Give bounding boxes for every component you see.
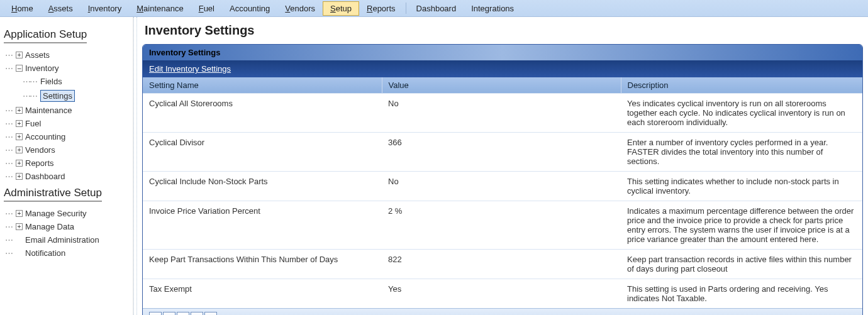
tree-label[interactable]: Settings <box>40 90 75 102</box>
col-header-value[interactable]: Value <box>382 77 621 94</box>
col-header-desc[interactable]: Description <box>621 77 862 94</box>
menu-accounting[interactable]: Accounting <box>222 1 277 16</box>
cell-value: 366 <box>382 133 621 172</box>
cell-desc: This setting is used in Parts ordering a… <box>621 279 862 309</box>
table-row[interactable]: Tax ExemptYesThis setting is used in Par… <box>143 279 862 309</box>
menu-integrations[interactable]: Integrations <box>464 1 521 16</box>
table-row[interactable]: Cyclical Divisor366Enter a number of inv… <box>143 133 862 172</box>
panel-toolbar: Edit Inventory Settings <box>143 60 862 77</box>
pager-last-button[interactable]: ►| <box>204 312 217 315</box>
tree-item-reports[interactable]: ⋯+Reports <box>4 157 129 170</box>
cell-name: Tax Exempt <box>143 279 382 309</box>
cell-name: Cyclical All Storerooms <box>143 94 382 133</box>
tree-label[interactable]: Manage Security <box>25 209 87 218</box>
expand-icon[interactable]: + <box>16 107 23 114</box>
tree-line-icon: ⋯ <box>5 64 12 73</box>
menu-maintenance[interactable]: Maintenance <box>129 1 191 16</box>
table-row[interactable]: Keep Part Transactions Within This Numbe… <box>143 250 862 279</box>
collapse-icon[interactable]: − <box>16 65 23 72</box>
expand-icon[interactable]: + <box>16 223 23 230</box>
tree-item-fuel[interactable]: ⋯+Fuel <box>4 117 129 130</box>
pager-next-button[interactable]: ► <box>191 312 203 315</box>
tree-item-settings[interactable]: ⋯⋯Settings <box>4 88 129 104</box>
expand-icon[interactable]: + <box>16 133 23 140</box>
tree-label[interactable]: Dashboard <box>25 172 65 181</box>
expand-icon[interactable]: + <box>16 120 23 127</box>
tree-item-inventory[interactable]: ⋯−Inventory <box>4 62 129 75</box>
tree-line-icon: ⋯ <box>5 145 12 155</box>
tree-label[interactable]: Manage Data <box>25 222 74 231</box>
tree-label[interactable]: Notification <box>25 248 65 258</box>
expand-icon[interactable]: + <box>16 173 23 180</box>
tree-line-icon: ⋯ <box>5 132 12 141</box>
table-row[interactable]: Cyclical Include Non-Stock PartsNoThis s… <box>143 172 862 201</box>
tree-label[interactable]: Maintenance <box>25 106 72 115</box>
cell-value: No <box>382 94 621 133</box>
expand-icon[interactable]: + <box>16 52 23 58</box>
menu-fuel[interactable]: Fuel <box>191 1 222 16</box>
cell-desc: Enter a number of inventory cycles perfo… <box>621 133 862 172</box>
menu-inventory[interactable]: Inventory <box>81 1 130 16</box>
tree-item-fields[interactable]: ⋯⋯Fields <box>4 75 129 88</box>
cell-name: Cyclical Divisor <box>143 133 382 172</box>
cell-name: Invoice Price Variation Percent <box>143 201 382 250</box>
cell-value: 822 <box>382 250 621 279</box>
menu-setup[interactable]: Setup <box>323 1 359 16</box>
cell-desc: Yes indicates cyclical inventory is run … <box>621 94 862 133</box>
cell-value: No <box>382 172 621 201</box>
tree-label[interactable]: Reports <box>25 158 54 168</box>
tree-line-icon: ⋯ <box>5 119 12 128</box>
main-menu-bar: HomeAssetsInventoryMaintenanceFuelAccoun… <box>0 0 868 17</box>
pager: |◄ ◄ 1 ► ►| <box>149 312 217 315</box>
expand-icon[interactable]: + <box>16 210 23 217</box>
expand-icon[interactable]: + <box>16 146 23 153</box>
main-content: Inventory Settings Inventory Settings Ed… <box>137 17 868 315</box>
tree-label[interactable]: Vendors <box>25 145 55 155</box>
menu-reports[interactable]: Reports <box>359 1 403 16</box>
menu-home[interactable]: Home <box>4 1 41 16</box>
tree-line-icon: ⋯⋯ <box>23 91 36 101</box>
section-title: Administrative Setup <box>4 187 102 202</box>
tree-label[interactable]: Fuel <box>25 119 41 128</box>
section-title: Application Setup <box>4 28 87 43</box>
tree-item-email-administration[interactable]: ⋯Email Administration <box>4 233 129 246</box>
cell-desc: Keep part transaction records in active … <box>621 250 862 279</box>
tree-label[interactable]: Fields <box>40 77 62 86</box>
tree-label[interactable]: Assets <box>25 50 50 60</box>
tree-line-icon: ⋯ <box>5 106 12 115</box>
tree-label[interactable]: Inventory <box>25 64 58 73</box>
cell-name: Keep Part Transactions Within This Numbe… <box>143 250 382 279</box>
panel-footer: |◄ ◄ 1 ► ►| 6 items in 1 pages <box>143 308 862 315</box>
tree-item-manage-data[interactable]: ⋯+Manage Data <box>4 220 129 233</box>
settings-table: Setting Name Value Description Cyclical … <box>143 77 862 308</box>
tree-line-icon: ⋯ <box>5 50 12 60</box>
tree-item-manage-security[interactable]: ⋯+Manage Security <box>4 207 129 220</box>
tree-item-notification[interactable]: ⋯Notification <box>4 246 129 260</box>
tree-label[interactable]: Accounting <box>25 132 65 141</box>
edit-inventory-settings-link[interactable]: Edit Inventory Settings <box>149 64 231 74</box>
table-row[interactable]: Invoice Price Variation Percent2 %Indica… <box>143 201 862 250</box>
menu-assets[interactable]: Assets <box>41 1 81 16</box>
tree-item-accounting[interactable]: ⋯+Accounting <box>4 130 129 143</box>
cell-desc: Indicates a maximum percentage differenc… <box>621 201 862 250</box>
inventory-settings-panel: Inventory Settings Edit Inventory Settin… <box>142 44 863 315</box>
cell-value: Yes <box>382 279 621 309</box>
tree-line-icon: ⋯ <box>5 222 12 231</box>
menu-separator <box>406 3 406 14</box>
tree-item-vendors[interactable]: ⋯+Vendors <box>4 143 129 157</box>
tree-item-dashboard[interactable]: ⋯+Dashboard <box>4 170 129 183</box>
tree-item-assets[interactable]: ⋯+Assets <box>4 48 129 62</box>
col-header-name[interactable]: Setting Name <box>143 77 382 94</box>
pager-prev-button[interactable]: ◄ <box>163 312 175 315</box>
tree-line-icon: ⋯ <box>5 209 12 218</box>
cell-value: 2 % <box>382 201 621 250</box>
menu-vendors[interactable]: Vendors <box>277 1 323 16</box>
cell-desc: This setting indicates whether to includ… <box>621 172 862 201</box>
table-row[interactable]: Cyclical All StoreroomsNoYes indicates c… <box>143 94 862 133</box>
expand-icon[interactable]: + <box>16 160 23 167</box>
tree-item-maintenance[interactable]: ⋯+Maintenance <box>4 104 129 117</box>
tree-label[interactable]: Email Administration <box>25 235 99 245</box>
pager-page-button[interactable]: 1 <box>177 312 189 315</box>
menu-dashboard[interactable]: Dashboard <box>409 1 464 16</box>
pager-first-button[interactable]: |◄ <box>149 312 162 315</box>
